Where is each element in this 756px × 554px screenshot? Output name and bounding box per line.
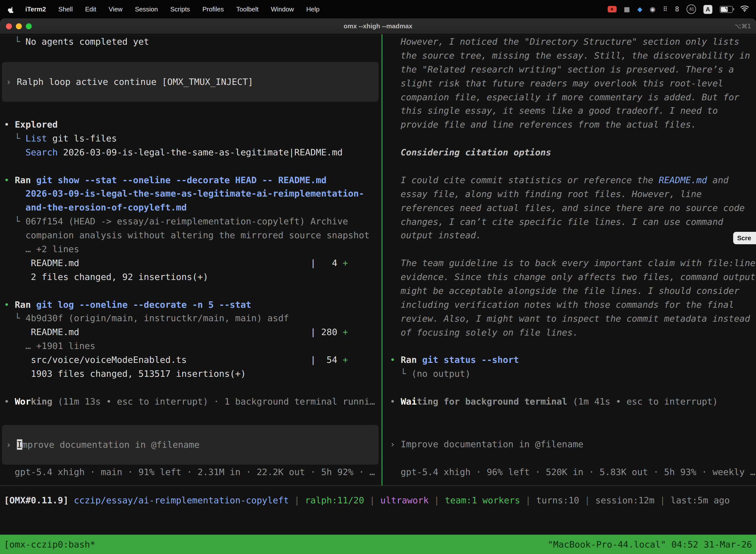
menu-item-session[interactable]: Session: [135, 5, 158, 13]
text-segment: (11m 13s • esc to interrupt) · 1 backgro…: [52, 396, 375, 406]
percent-badge[interactable]: .61: [687, 4, 696, 14]
battery-icon[interactable]: ϟ: [720, 6, 733, 13]
app-icon-round[interactable]: ◉: [650, 5, 655, 13]
window-shortcut-hint: ⌥⌘1: [735, 22, 751, 30]
minimize-button[interactable]: [16, 23, 22, 29]
terminal-line: [390, 381, 756, 395]
text-segment: gpt-5.4 xhigh · main · 91% left · 2.31M …: [4, 466, 375, 477]
omx-segment: ralph:11/20: [305, 495, 364, 505]
terminal-line: However, I noticed the "Directory Struct…: [390, 35, 756, 49]
text-segment: git log --oneline --decorate -n 5 --stat: [36, 299, 251, 310]
terminal-line: README.md | 280 +: [4, 325, 381, 339]
pane-left: └ No agents completed yet› Ralph loop ac…: [0, 34, 381, 486]
menu-item-window[interactable]: Window: [271, 5, 294, 13]
terminal-line: [390, 159, 756, 173]
left-status: gpt-5.4 xhigh · main · 91% left · 2.31M …: [4, 465, 381, 479]
text-segment: 2026-03-09-is-legal-the-same-as-legitima…: [25, 188, 364, 199]
right-input[interactable]: › Improve documentation in @filename: [390, 437, 756, 451]
text-segment: Improve documentation in @filename: [400, 439, 583, 449]
text-segment: Wai: [400, 396, 417, 406]
terminal-line: … +2 lines: [4, 242, 381, 256]
terminal-line: and-the-erosion-of-copyleft.md: [4, 201, 381, 215]
terminal-line: › Improve documentation in @filename: [390, 437, 756, 451]
text-segment: | 4: [310, 258, 342, 268]
menu-item-view[interactable]: View: [109, 5, 123, 13]
text-segment: README.md: [4, 327, 310, 337]
zoom-button[interactable]: [26, 23, 32, 29]
terminal: └ No agents completed yet› Ralph loop ac…: [0, 34, 756, 554]
right-thinking: However, I noticed the "Directory Struct…: [390, 35, 756, 408]
app-icon-blue[interactable]: ◆: [637, 5, 642, 13]
omx-segment: [68, 495, 74, 505]
text-segment: git ls-files: [47, 133, 117, 144]
iterm-window: omx --xhigh --madmax ⌥⌘1 └ No agents com…: [0, 18, 756, 554]
terminal-line: changes, I can’t cite specific file line…: [390, 215, 756, 229]
omx-segment: |: [520, 495, 536, 505]
text-segment: [31, 174, 36, 185]
text-segment: ting for background terminal: [417, 396, 567, 406]
terminal-line: • Waiting for background terminal (1m 41…: [390, 395, 756, 408]
apps-grid-icon[interactable]: ⠿: [663, 5, 668, 13]
omx-segment: team:1 workers: [445, 495, 520, 505]
menu-item-profiles[interactable]: Profiles: [202, 5, 224, 13]
text-segment: README.md: [4, 258, 310, 268]
window-grid-icon[interactable]: ▦: [624, 5, 630, 13]
terminal-line: evidence. Since this change only affects…: [390, 270, 756, 284]
terminal-line: • Explored: [4, 118, 381, 131]
left-input-box[interactable]: › Improve documentation in @filename: [2, 425, 378, 465]
wifi-icon[interactable]: [740, 5, 749, 13]
text-segment: 1903 files changed, 513517 insertions(+): [4, 368, 246, 379]
menu-item-help[interactable]: Help: [306, 5, 320, 13]
text-segment: slight risk that future readers may over…: [390, 78, 723, 88]
menu-item-edit[interactable]: Edit: [85, 5, 96, 13]
text-segment: evidence. Since this change only affects…: [390, 272, 756, 282]
text-segment: Search: [25, 147, 58, 157]
terminal-line: references need actual files, and since …: [390, 201, 756, 215]
menu-item-toolbelt[interactable]: Toolbelt: [236, 5, 259, 13]
app-icon-eight[interactable]: 8: [675, 5, 679, 13]
text-segment: •: [4, 396, 15, 406]
menu-bar-status-icons: ▦◆◉⠿8.61Aϟ: [608, 4, 749, 14]
terminal-line: output instead.: [390, 229, 756, 242]
input-source-icon[interactable]: A: [703, 5, 712, 14]
apple-menu-icon[interactable]: [8, 5, 14, 13]
omx-segment: ultrawork: [380, 495, 429, 505]
screen-recording-indicator[interactable]: [608, 6, 616, 12]
screen-share-chip[interactable]: Scre: [733, 232, 756, 244]
tmux-window-name[interactable]: [omx-cczip0:bash*: [4, 539, 95, 550]
text-segment: I could cite commit statistics or refere…: [390, 175, 659, 185]
close-button[interactable]: [6, 23, 12, 29]
terminal-line: 2 files changed, 92 insertions(+): [4, 270, 381, 284]
terminal-line: • Working (11m 13s • esc to interrupt) ·…: [4, 395, 381, 408]
window-titlebar[interactable]: omx --xhigh --madmax ⌥⌘1: [0, 18, 756, 34]
text-segment: essay file, along with finding root file…: [390, 189, 702, 199]
text-segment: … +1901 lines: [4, 341, 95, 351]
terminal-line: Search 2026-03-09-is-legal-the-same-as-l…: [4, 146, 381, 159]
terminal-line: Considering citation options: [390, 146, 756, 159]
omx-segment: turns:10: [536, 495, 579, 505]
text-segment: Ralph loop active continue [OMX_TMUX_INJ…: [17, 76, 253, 87]
text-segment: Considering citation options: [390, 147, 551, 157]
text-segment: src/voice/voiceModeEnabled.ts: [4, 354, 310, 365]
menu-item-shell[interactable]: Shell: [58, 5, 73, 13]
terminal-line: └ No agents completed yet: [4, 35, 381, 49]
text-segment: | 54: [310, 354, 342, 365]
left-agents-note: └ No agents completed yet: [4, 35, 381, 49]
text-segment: +: [343, 327, 348, 337]
menu-item-scripts[interactable]: Scripts: [170, 5, 190, 13]
text-segment: (no output): [412, 369, 470, 379]
terminal-line: review. Also, I might want to inspect th…: [390, 312, 756, 326]
text-segment: 2 files changed, 92 insertions(+): [4, 272, 208, 282]
terminal-line: of focusing solely on file lines.: [390, 325, 756, 339]
terminal-line: • Ran git status --short: [390, 353, 756, 367]
menu-item-iterm2[interactable]: iTerm2: [25, 5, 46, 13]
omx-segment: |: [364, 495, 380, 505]
text-segment: 2026-03-09-is-legal-the-same-as-legitima…: [58, 147, 343, 157]
terminal-line: gpt-5.4 xhigh · main · 91% left · 2.31M …: [4, 465, 381, 479]
text-segment: output instead.: [390, 230, 481, 240]
text-segment: List: [25, 133, 47, 144]
text-segment: references need actual files, and since …: [390, 202, 745, 213]
text-segment: [4, 188, 25, 199]
text-segment: •: [4, 299, 15, 310]
pane-divider[interactable]: [381, 34, 382, 486]
